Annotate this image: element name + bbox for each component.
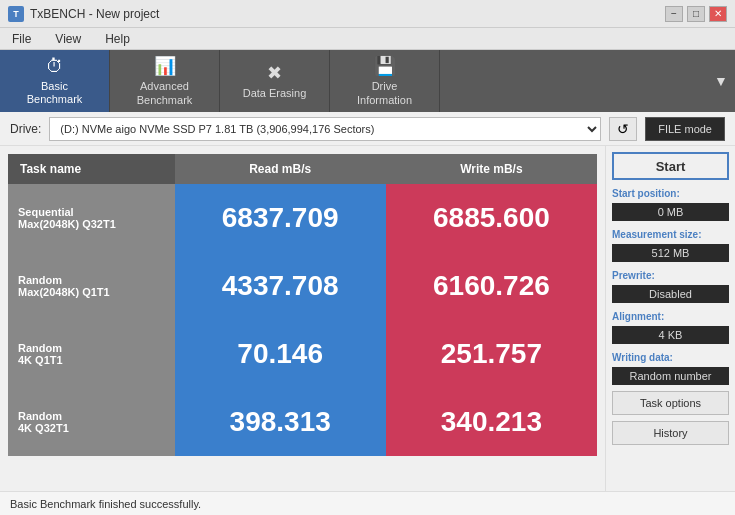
toolbar-drive-information[interactable]: 💾 DriveInformation bbox=[330, 50, 440, 112]
title-bar-left: T TxBENCH - New project bbox=[8, 6, 159, 22]
row-read-value: 398.313 bbox=[175, 388, 386, 456]
table-row: Random Max(2048K) Q1T14337.7086160.726 bbox=[8, 252, 597, 320]
row-task-name: Random 4K Q1T1 bbox=[8, 320, 175, 388]
advanced-benchmark-label: AdvancedBenchmark bbox=[137, 80, 193, 106]
task-options-button[interactable]: Task options bbox=[612, 391, 729, 415]
toolbar-dropdown[interactable]: ▼ bbox=[707, 50, 735, 112]
app-title: TxBENCH - New project bbox=[30, 7, 159, 21]
main-area: Task name Read mB/s Write mB/s Sequentia… bbox=[0, 146, 735, 491]
row-task-name: Random 4K Q32T1 bbox=[8, 388, 175, 456]
advanced-benchmark-icon: 📊 bbox=[154, 55, 176, 77]
col-task-name: Task name bbox=[8, 154, 175, 184]
menu-file[interactable]: File bbox=[4, 30, 39, 48]
table-row: Sequential Max(2048K) Q32T16837.7096885.… bbox=[8, 184, 597, 252]
row-write-value: 6885.600 bbox=[386, 184, 597, 252]
table-header-row: Task name Read mB/s Write mB/s bbox=[8, 154, 597, 184]
row-read-value: 70.146 bbox=[175, 320, 386, 388]
alignment-label: Alignment: bbox=[612, 311, 729, 322]
status-message: Basic Benchmark finished successfully. bbox=[10, 498, 201, 510]
measurement-size-label: Measurement size: bbox=[612, 229, 729, 240]
row-write-value: 251.757 bbox=[386, 320, 597, 388]
row-task-name: Random Max(2048K) Q1T1 bbox=[8, 252, 175, 320]
dropdown-icon: ▼ bbox=[714, 73, 728, 89]
drive-select[interactable]: (D:) NVMe aigo NVMe SSD P7 1.81 TB (3,90… bbox=[49, 117, 601, 141]
close-button[interactable]: ✕ bbox=[709, 6, 727, 22]
file-mode-button[interactable]: FILE mode bbox=[645, 117, 725, 141]
table-row: Random 4K Q32T1398.313340.213 bbox=[8, 388, 597, 456]
toolbar: ⏱ BasicBenchmark 📊 AdvancedBenchmark ✖ D… bbox=[0, 50, 735, 112]
menu-bar: File View Help bbox=[0, 28, 735, 50]
col-write: Write mB/s bbox=[386, 154, 597, 184]
data-erasing-icon: ✖ bbox=[267, 62, 282, 84]
sidebar: Start Start position: 0 MB Measurement s… bbox=[605, 146, 735, 491]
drive-bar: Drive: (D:) NVMe aigo NVMe SSD P7 1.81 T… bbox=[0, 112, 735, 146]
start-position-label: Start position: bbox=[612, 188, 729, 199]
measurement-size-value: 512 MB bbox=[612, 244, 729, 262]
writing-data-label: Writing data: bbox=[612, 352, 729, 363]
basic-benchmark-icon: ⏱ bbox=[46, 56, 64, 77]
status-bar: Basic Benchmark finished successfully. bbox=[0, 491, 735, 515]
toolbar-data-erasing[interactable]: ✖ Data Erasing bbox=[220, 50, 330, 112]
start-button[interactable]: Start bbox=[612, 152, 729, 180]
app-icon: T bbox=[8, 6, 24, 22]
history-button[interactable]: History bbox=[612, 421, 729, 445]
table-row: Random 4K Q1T170.146251.757 bbox=[8, 320, 597, 388]
row-read-value: 6837.709 bbox=[175, 184, 386, 252]
drive-label: Drive: bbox=[10, 122, 41, 136]
basic-benchmark-label: BasicBenchmark bbox=[27, 80, 83, 106]
toolbar-advanced-benchmark[interactable]: 📊 AdvancedBenchmark bbox=[110, 50, 220, 112]
drive-information-label: DriveInformation bbox=[357, 80, 412, 106]
row-task-name: Sequential Max(2048K) Q32T1 bbox=[8, 184, 175, 252]
prewrite-value: Disabled bbox=[612, 285, 729, 303]
title-bar: T TxBENCH - New project − □ ✕ bbox=[0, 0, 735, 28]
start-position-value: 0 MB bbox=[612, 203, 729, 221]
writing-data-value: Random number bbox=[612, 367, 729, 385]
prewrite-label: Prewrite: bbox=[612, 270, 729, 281]
drive-information-icon: 💾 bbox=[374, 55, 396, 77]
toolbar-basic-benchmark[interactable]: ⏱ BasicBenchmark bbox=[0, 50, 110, 112]
row-write-value: 340.213 bbox=[386, 388, 597, 456]
data-erasing-label: Data Erasing bbox=[243, 87, 307, 100]
menu-view[interactable]: View bbox=[47, 30, 89, 48]
row-write-value: 6160.726 bbox=[386, 252, 597, 320]
col-read: Read mB/s bbox=[175, 154, 386, 184]
table-area: Task name Read mB/s Write mB/s Sequentia… bbox=[0, 146, 605, 491]
refresh-icon: ↺ bbox=[617, 121, 629, 137]
menu-help[interactable]: Help bbox=[97, 30, 138, 48]
row-read-value: 4337.708 bbox=[175, 252, 386, 320]
window-controls[interactable]: − □ ✕ bbox=[665, 6, 727, 22]
alignment-value: 4 KB bbox=[612, 326, 729, 344]
drive-refresh-button[interactable]: ↺ bbox=[609, 117, 637, 141]
minimize-button[interactable]: − bbox=[665, 6, 683, 22]
benchmark-table: Task name Read mB/s Write mB/s Sequentia… bbox=[8, 154, 597, 456]
maximize-button[interactable]: □ bbox=[687, 6, 705, 22]
